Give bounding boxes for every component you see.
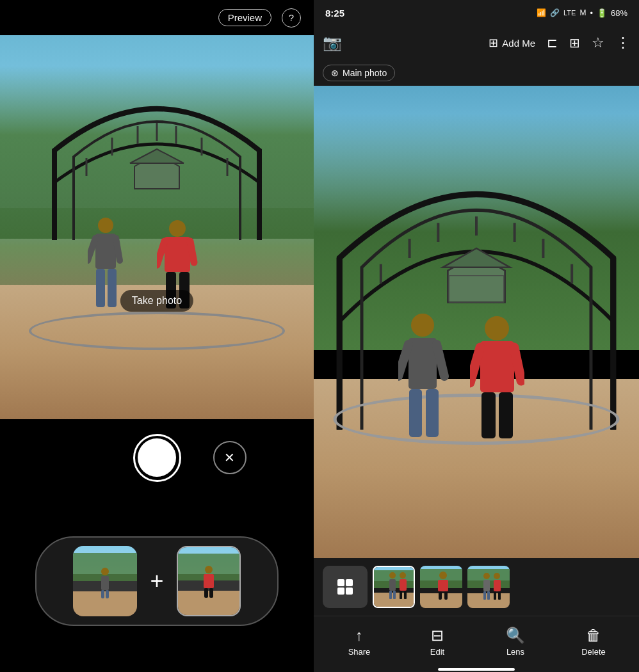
svg-rect-66	[393, 591, 396, 599]
svg-point-71	[439, 572, 447, 579]
camera-icon[interactable]: 📷	[323, 34, 342, 52]
svg-line-15	[88, 238, 95, 260]
arch-decoration	[35, 54, 279, 246]
svg-rect-30	[204, 574, 214, 588]
star-button[interactable]: ☆	[592, 35, 604, 51]
svg-line-49	[398, 344, 408, 376]
add-photo-button[interactable]: +	[150, 568, 163, 595]
edit-button[interactable]: ⊟ Edit	[415, 627, 460, 657]
delete-button[interactable]: 🗑 Delete	[571, 627, 616, 657]
svg-rect-17	[96, 269, 105, 307]
status-bar: 8:25 📶 🔗 LTE M • 🔋 68%	[314, 0, 639, 26]
thumb1-person	[99, 566, 111, 598]
stone-planter	[29, 312, 285, 350]
more-button[interactable]: ⋮	[616, 35, 630, 51]
status-time: 8:25	[325, 8, 344, 19]
edit-label: Edit	[430, 647, 444, 657]
svg-rect-82	[498, 591, 501, 600]
svg-rect-65	[389, 591, 392, 599]
svg-rect-62	[346, 588, 353, 595]
share-icon: ↑	[355, 627, 363, 644]
svg-line-50	[437, 344, 444, 376]
bottom-strip	[314, 558, 639, 616]
edit-icon: ⊟	[431, 627, 444, 644]
main-photo-star-icon: ⊛	[331, 68, 339, 78]
thumb2-person	[202, 564, 216, 598]
svg-rect-69	[400, 591, 402, 599]
add-me-label: Add Me	[502, 38, 535, 49]
svg-rect-18	[108, 269, 117, 307]
strip-thumb-3-scene	[467, 566, 510, 608]
svg-rect-27	[101, 590, 104, 598]
svg-rect-54	[480, 341, 514, 392]
battery-percentage: 68%	[611, 8, 627, 18]
status-icons: 📶 🔗 LTE M • 🔋 68%	[537, 8, 627, 18]
svg-point-67	[400, 572, 406, 579]
svg-line-56	[514, 348, 521, 381]
shutter-button[interactable]	[133, 434, 181, 482]
svg-rect-31	[204, 588, 208, 598]
svg-marker-43	[442, 248, 510, 268]
svg-rect-64	[389, 579, 396, 591]
network-icon-1: 📶	[537, 8, 546, 17]
svg-rect-81	[494, 591, 496, 600]
add-me-button[interactable]: ⊞ Add Me	[489, 36, 535, 50]
svg-rect-26	[101, 576, 109, 590]
svg-rect-59	[337, 579, 344, 586]
wifi-icon: 🔗	[550, 8, 560, 17]
svg-point-25	[101, 568, 109, 575]
svg-rect-74	[444, 591, 448, 600]
main-photo-display	[314, 86, 639, 558]
svg-point-19	[169, 220, 186, 237]
strip-thumb-2-scene	[420, 566, 462, 608]
camera-viewfinder: Take photo	[0, 35, 314, 419]
svg-rect-32	[209, 588, 213, 598]
svg-point-29	[205, 566, 213, 573]
camera-controls-bar: ✕	[0, 419, 314, 496]
main-person-woman	[470, 316, 524, 440]
svg-rect-76	[483, 580, 490, 591]
action-bar-right: ⊞ Add Me ⊏ ⊞ ☆ ⋮	[489, 35, 630, 51]
grid-icon	[336, 578, 354, 596]
share-button[interactable]: ↑ Share	[337, 627, 382, 657]
main-photo-badge-bar: ⊛ Main photo	[314, 60, 639, 86]
delete-icon: 🗑	[586, 627, 601, 644]
strip-thumbnail-2[interactable]	[420, 566, 462, 608]
lens-label: Lens	[506, 647, 524, 657]
bottom-action-bar: ↑ Share ⊟ Edit 🔍 Lens 🗑 Delete	[314, 616, 639, 667]
svg-rect-61	[337, 588, 344, 595]
action-bar-left: 📷	[323, 34, 342, 52]
svg-point-53	[485, 316, 509, 340]
left-phone: Preview ?	[0, 0, 314, 672]
help-button[interactable]: ?	[282, 8, 301, 28]
main-photo-badge[interactable]: ⊛ Main photo	[323, 65, 395, 81]
svg-rect-52	[426, 389, 439, 437]
thumbnail-2[interactable]	[177, 546, 241, 616]
take-photo-label: Take photo	[120, 290, 193, 312]
home-bar	[438, 668, 515, 671]
cast-button[interactable]: ⊏	[547, 35, 558, 51]
delete-label: Delete	[581, 647, 606, 657]
main-photo-label: Main photo	[343, 68, 387, 78]
svg-rect-80	[494, 580, 501, 591]
svg-rect-60	[346, 579, 353, 586]
svg-rect-72	[438, 580, 448, 591]
svg-point-79	[494, 573, 500, 579]
svg-rect-58	[499, 392, 513, 438]
share-label: Share	[348, 647, 371, 657]
svg-line-16	[116, 238, 120, 260]
strip-thumbnail-3[interactable]	[467, 566, 510, 608]
grid-view-button[interactable]	[323, 566, 368, 608]
gallery-button[interactable]: ⊞	[569, 35, 580, 51]
thumbnail-1[interactable]	[73, 546, 137, 616]
svg-rect-51	[409, 389, 422, 437]
svg-point-63	[389, 572, 396, 579]
lens-button[interactable]: 🔍 Lens	[493, 627, 538, 657]
svg-rect-77	[483, 591, 486, 600]
shutter-inner	[138, 438, 176, 477]
add-me-icon: ⊞	[489, 36, 498, 50]
camera-scene: Take photo	[0, 35, 314, 419]
cancel-button[interactable]: ✕	[213, 441, 247, 474]
preview-button[interactable]: Preview	[218, 9, 271, 26]
strip-thumbnail-1[interactable]	[373, 566, 415, 608]
